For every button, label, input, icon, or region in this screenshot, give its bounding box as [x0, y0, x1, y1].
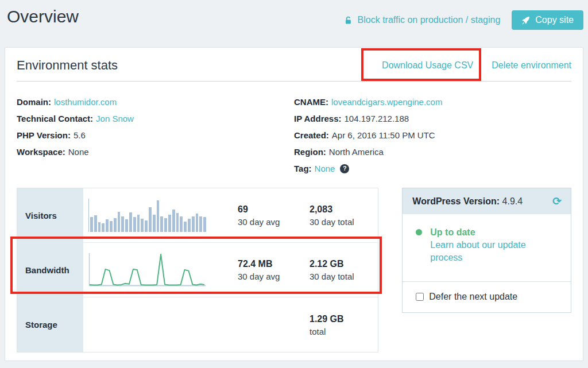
visitors-chart-cell	[83, 188, 221, 242]
card-title: Environment stats	[17, 58, 118, 73]
update-process-link[interactable]: Learn about our update process	[430, 239, 542, 264]
created-value: Apr 6, 2016 11:50 PM UTC	[332, 130, 435, 141]
bandwidth-avg-cell: 72.4 MB 30 day avg	[221, 243, 293, 297]
info-row-created: Created: Apr 6, 2016 11:50 PM UTC	[294, 130, 571, 141]
info-row-tag: Tag: None ?	[294, 163, 571, 174]
bandwidth-avg-caption: 30 day avg	[238, 272, 293, 281]
bandwidth-total-caption: 30 day total	[310, 272, 365, 281]
help-icon[interactable]: ?	[340, 164, 349, 173]
status-badge: Up to date	[430, 226, 542, 239]
wordpress-version-line: WordPress Version: 4.9.4	[412, 196, 523, 207]
info-column-left: Domain: losthumidor.com Technical Contac…	[17, 96, 294, 174]
info-row-php-version: PHP Version: 5.6	[17, 130, 294, 141]
region-value: North America	[329, 146, 384, 157]
info-row-cname: CNAME: loveandcigars.wpengine.com	[294, 96, 571, 107]
bandwidth-avg-value: 72.4 MB	[238, 258, 293, 270]
ip-address-label: IP Address:	[294, 113, 342, 124]
workspace-label: Workspace:	[17, 146, 65, 157]
storage-total-cell: 1.29 GB total	[293, 297, 365, 352]
info-row-workspace: Workspace: None	[17, 146, 294, 157]
bandwidth-row-label: Bandwidth	[17, 243, 83, 297]
wordpress-status-section: Up to date Learn about our update proces…	[403, 214, 571, 281]
table-row-visitors: Visitors 69 30 day avg 2,083 30 day tota…	[17, 188, 378, 243]
top-actions: Block traffic on production / staging Co…	[344, 10, 583, 30]
visitors-avg-cell: 69 30 day avg	[221, 188, 293, 242]
info-row-domain: Domain: losthumidor.com	[17, 96, 294, 107]
rocket-icon	[521, 16, 530, 25]
cname-link[interactable]: loveandcigars.wpengine.com	[331, 96, 442, 107]
domain-link[interactable]: losthumidor.com	[54, 96, 117, 107]
download-usage-csv-link[interactable]: Download Usage CSV	[382, 60, 473, 71]
bandwidth-total-value: 2.12 GB	[310, 258, 365, 270]
card-header-links: Download Usage CSV Delete environment	[382, 60, 571, 71]
storage-row-label: Storage	[17, 297, 83, 352]
defer-update-checkbox[interactable]	[416, 293, 424, 301]
tag-label: Tag:	[294, 163, 312, 174]
table-row-storage: Storage 1.29 GB total	[17, 297, 378, 352]
environment-stats-card: Environment stats Download Usage CSV Del…	[5, 47, 583, 361]
visitors-sparkline-chart	[88, 199, 206, 232]
table-row-bandwidth: Bandwidth 72.4 MB 30 day avg 2.12 GB 30 …	[17, 243, 378, 297]
refresh-icon[interactable]: ⟳	[552, 196, 562, 207]
info-row-technical-contact: Technical Contact: Jon Snow	[17, 113, 294, 124]
block-traffic-label: Block traffic on production / staging	[358, 15, 501, 25]
page-title: Overview	[7, 7, 79, 26]
bandwidth-chart-cell	[83, 243, 221, 297]
storage-avg-cell	[221, 297, 293, 352]
visitors-avg-value: 69	[238, 204, 293, 215]
domain-label: Domain:	[17, 96, 51, 107]
php-version-value: 5.6	[74, 130, 86, 141]
wordpress-version-panel: WordPress Version: 4.9.4 ⟳ Up to date Le…	[402, 188, 571, 313]
delete-environment-link[interactable]: Delete environment	[492, 60, 571, 71]
technical-contact-link[interactable]: Jon Snow	[96, 113, 134, 124]
storage-total-value: 1.29 GB	[310, 313, 365, 325]
bandwidth-total-cell: 2.12 GB 30 day total	[293, 243, 365, 297]
visitors-avg-caption: 30 day avg	[238, 217, 293, 227]
status-dot-icon	[416, 229, 422, 235]
defer-update-label[interactable]: Defer the next update	[429, 292, 517, 302]
bandwidth-sparkline-chart	[88, 252, 206, 288]
php-version-label: PHP Version:	[17, 130, 71, 141]
card-header: Environment stats Download Usage CSV Del…	[17, 58, 571, 82]
wordpress-panel-header: WordPress Version: 4.9.4 ⟳	[403, 188, 571, 214]
workspace-value: None	[68, 146, 89, 157]
unlock-icon	[344, 16, 353, 25]
storage-chart-cell	[83, 297, 221, 352]
visitors-total-value: 2,083	[310, 204, 365, 215]
status-text: Up to date Learn about our update proces…	[430, 226, 542, 268]
info-row-ip-address: IP Address: 104.197.212.188	[294, 113, 571, 124]
visitors-total-cell: 2,083 30 day total	[293, 188, 365, 242]
top-bar: Overview Block traffic on production / s…	[0, 0, 588, 38]
stats-area: Visitors 69 30 day avg 2,083 30 day tota…	[17, 188, 571, 352]
visitors-row-label: Visitors	[17, 188, 83, 242]
environment-info: Domain: losthumidor.com Technical Contac…	[17, 96, 571, 174]
defer-update-section: Defer the next update	[403, 281, 571, 312]
copy-site-label: Copy site	[535, 15, 574, 25]
region-label: Region:	[294, 146, 326, 157]
wordpress-version-label: WordPress Version:	[412, 196, 500, 206]
storage-total-caption: total	[310, 327, 365, 336]
created-label: Created:	[294, 130, 329, 141]
visitors-total-caption: 30 day total	[310, 217, 365, 227]
wordpress-version-value: 4.9.4	[502, 196, 523, 206]
info-column-right: CNAME: loveandcigars.wpengine.com IP Add…	[294, 96, 571, 174]
info-row-region: Region: North America	[294, 146, 571, 157]
tag-link[interactable]: None	[315, 163, 335, 174]
block-traffic-link[interactable]: Block traffic on production / staging	[344, 15, 501, 25]
ip-address-value: 104.197.212.188	[345, 113, 409, 124]
technical-contact-label: Technical Contact:	[17, 113, 93, 124]
cname-label: CNAME:	[294, 96, 328, 107]
stats-table: Visitors 69 30 day avg 2,083 30 day tota…	[17, 188, 378, 352]
copy-site-button[interactable]: Copy site	[512, 10, 583, 30]
